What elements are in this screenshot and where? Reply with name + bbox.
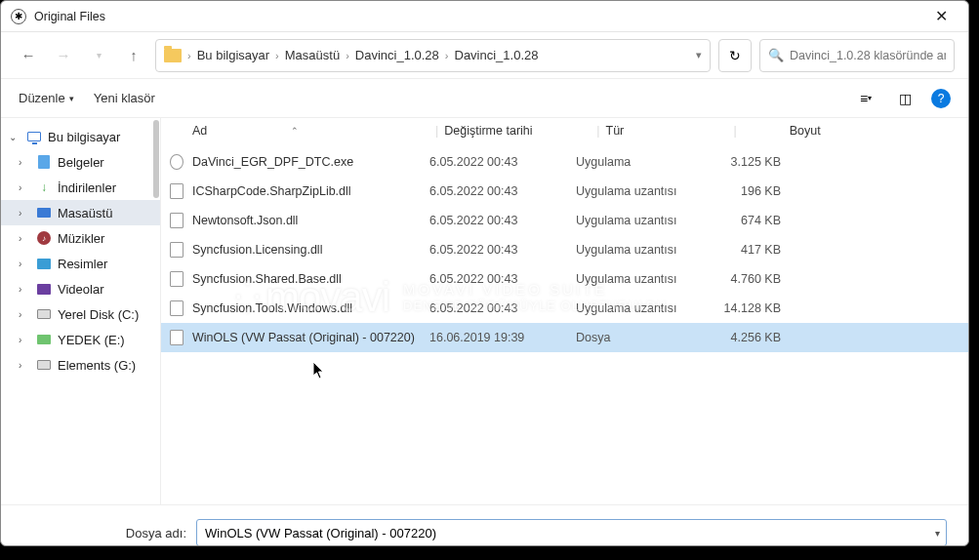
file-name: ICSharpCode.SharpZipLib.dll bbox=[192, 184, 429, 198]
chevron-right-icon: › bbox=[445, 50, 449, 61]
app-icon: ✱ bbox=[11, 9, 26, 24]
crumb-folder1[interactable]: Davinci_1.0.28 bbox=[355, 48, 439, 62]
file-date: 6.05.2022 00:43 bbox=[429, 155, 576, 169]
col-header-name[interactable]: Ad⌃ bbox=[161, 124, 429, 138]
folder-icon bbox=[164, 49, 182, 62]
file-icon bbox=[161, 242, 192, 258]
documents-icon bbox=[36, 154, 52, 170]
search-input[interactable] bbox=[790, 49, 946, 62]
breadcrumb-dropdown[interactable]: ▾ bbox=[696, 49, 702, 61]
file-row[interactable]: WinOLS (VW Passat (Original) - 007220) 1… bbox=[161, 323, 968, 352]
chevron-right-icon: › bbox=[19, 157, 30, 168]
recent-dropdown[interactable]: ▾ bbox=[85, 42, 112, 69]
tree-root-computer[interactable]: ⌄ Bu bilgisayar bbox=[1, 124, 160, 149]
file-name: Newtonsoft.Json.dll bbox=[192, 214, 429, 227]
file-icon bbox=[161, 183, 192, 199]
toolbar: Düzenle▾ Yeni klasör ≡ ▾ ◫ ? bbox=[1, 79, 968, 118]
file-row[interactable]: Syncfusion.Licensing.dll 6.05.2022 00:43… bbox=[161, 235, 968, 264]
file-date: 6.05.2022 00:43 bbox=[429, 243, 576, 257]
file-size: 417 KB bbox=[703, 243, 781, 257]
music-icon: ♪ bbox=[36, 230, 52, 246]
col-header-size[interactable]: Boyut bbox=[743, 124, 821, 138]
refresh-button[interactable]: ↻ bbox=[718, 39, 752, 72]
window-title: Original Files bbox=[34, 10, 923, 23]
chevron-down-icon: ⌄ bbox=[9, 132, 20, 142]
file-name: WinOLS (VW Passat (Original) - 007220) bbox=[192, 331, 429, 344]
file-type: Uygulama uzantısı bbox=[576, 272, 703, 286]
disk-icon bbox=[36, 306, 52, 322]
chevron-right-icon: › bbox=[346, 50, 349, 61]
tree-music[interactable]: › ♪ Müzikler bbox=[1, 225, 160, 251]
sidebar-scrollbar[interactable] bbox=[153, 120, 159, 198]
new-folder-button[interactable]: Yeni klasör bbox=[94, 91, 155, 105]
file-icon bbox=[161, 213, 192, 228]
file-row[interactable]: Syncfusion.Tools.Windows.dll 6.05.2022 0… bbox=[161, 294, 968, 323]
file-name: Syncfusion.Shared.Base.dll bbox=[192, 272, 429, 286]
navbar: ← → ▾ ↑ › Bu bilgisayar › Masaüstü › Dav… bbox=[1, 32, 968, 79]
downloads-icon: ↓ bbox=[36, 180, 52, 195]
chevron-right-icon: › bbox=[19, 360, 30, 371]
file-size: 14.128 KB bbox=[703, 301, 781, 315]
titlebar: ✱ Original Files ✕ bbox=[1, 1, 968, 32]
col-header-date[interactable]: Değiştirme tarihi bbox=[444, 124, 591, 138]
col-header-type[interactable]: Tür bbox=[606, 124, 728, 138]
close-button[interactable]: ✕ bbox=[923, 3, 959, 30]
file-type: Uygulama uzantısı bbox=[576, 184, 703, 198]
crumb-computer[interactable]: Bu bilgisayar bbox=[197, 48, 269, 62]
file-dialog-window: ✱ Original Files ✕ ← → ▾ ↑ › Bu bilgisay… bbox=[0, 0, 969, 546]
videos-icon bbox=[36, 281, 52, 297]
organize-menu[interactable]: Düzenle▾ bbox=[19, 91, 74, 105]
file-row[interactable]: ICSharpCode.SharpZipLib.dll 6.05.2022 00… bbox=[161, 177, 968, 206]
chevron-right-icon: › bbox=[187, 50, 191, 61]
preview-pane-button[interactable]: ◫ bbox=[892, 86, 918, 111]
tree-disk-g[interactable]: › Elements (G:) bbox=[1, 352, 160, 378]
file-type: Dosya bbox=[576, 331, 703, 344]
chevron-right-icon: › bbox=[275, 50, 279, 61]
tree-local-disk-c[interactable]: › Yerel Disk (C:) bbox=[1, 301, 160, 327]
crumb-desktop[interactable]: Masaüstü bbox=[285, 48, 340, 62]
chevron-right-icon: › bbox=[19, 233, 30, 244]
file-size: 674 KB bbox=[703, 214, 781, 227]
search-icon: 🔍 bbox=[768, 48, 784, 62]
file-row[interactable]: Syncfusion.Shared.Base.dll 6.05.2022 00:… bbox=[161, 264, 968, 294]
forward-button[interactable]: → bbox=[50, 42, 77, 69]
search-box[interactable]: 🔍 bbox=[759, 39, 955, 72]
tree-pictures[interactable]: › Resimler bbox=[1, 251, 160, 276]
file-icon bbox=[161, 154, 192, 170]
file-icon bbox=[161, 330, 192, 345]
chevron-right-icon: › bbox=[19, 208, 30, 219]
desktop-icon bbox=[36, 205, 52, 220]
file-size: 4.256 KB bbox=[703, 331, 781, 344]
crumb-folder2[interactable]: Davinci_1.0.28 bbox=[455, 48, 539, 62]
file-row[interactable]: DaVinci_EGR_DPF_DTC.exe 6.05.2022 00:43 … bbox=[161, 147, 968, 177]
content-area: ⌄ Bu bilgisayar › Belgeler › ↓ İndirilen… bbox=[1, 118, 968, 504]
tree-videos[interactable]: › Videolar bbox=[1, 276, 160, 301]
back-button[interactable]: ← bbox=[15, 42, 42, 69]
chevron-right-icon: › bbox=[19, 182, 30, 193]
filename-dropdown-icon[interactable]: ▾ bbox=[935, 528, 940, 539]
chevron-right-icon: › bbox=[19, 335, 30, 345]
file-row[interactable]: Newtonsoft.Json.dll 6.05.2022 00:43 Uygu… bbox=[161, 206, 968, 235]
computer-icon bbox=[26, 129, 42, 144]
file-type: Uygulama uzantısı bbox=[576, 301, 703, 315]
sort-indicator-icon: ⌃ bbox=[291, 126, 299, 136]
file-name: Syncfusion.Tools.Windows.dll bbox=[192, 301, 429, 315]
tree-disk-e[interactable]: › YEDEK (E:) bbox=[1, 327, 160, 352]
tree-desktop[interactable]: › Masaüstü bbox=[1, 200, 160, 225]
file-name: DaVinci_EGR_DPF_DTC.exe bbox=[192, 155, 429, 169]
file-date: 6.05.2022 00:43 bbox=[429, 272, 576, 286]
view-mode-button[interactable]: ≡ ▾ bbox=[853, 86, 878, 111]
tree-downloads[interactable]: › ↓ İndirilenler bbox=[1, 175, 160, 200]
usb-icon bbox=[36, 332, 52, 347]
breadcrumb[interactable]: › Bu bilgisayar › Masaüstü › Davinci_1.0… bbox=[155, 39, 711, 72]
up-button[interactable]: ↑ bbox=[120, 42, 147, 69]
file-size: 196 KB bbox=[703, 184, 781, 198]
help-button[interactable]: ? bbox=[931, 89, 951, 108]
tree-documents[interactable]: › Belgeler bbox=[1, 149, 160, 175]
file-type: Uygulama uzantısı bbox=[576, 214, 703, 227]
file-list: Ad⌃ | Değiştirme tarihi | Tür | Boyut Da… bbox=[161, 118, 968, 504]
chevron-right-icon: › bbox=[19, 259, 30, 269]
filename-label: Dosya adı: bbox=[22, 526, 186, 540]
filename-input[interactable]: WinOLS (VW Passat (Original) - 007220) ▾ bbox=[196, 519, 947, 546]
file-date: 6.05.2022 00:43 bbox=[429, 301, 576, 315]
